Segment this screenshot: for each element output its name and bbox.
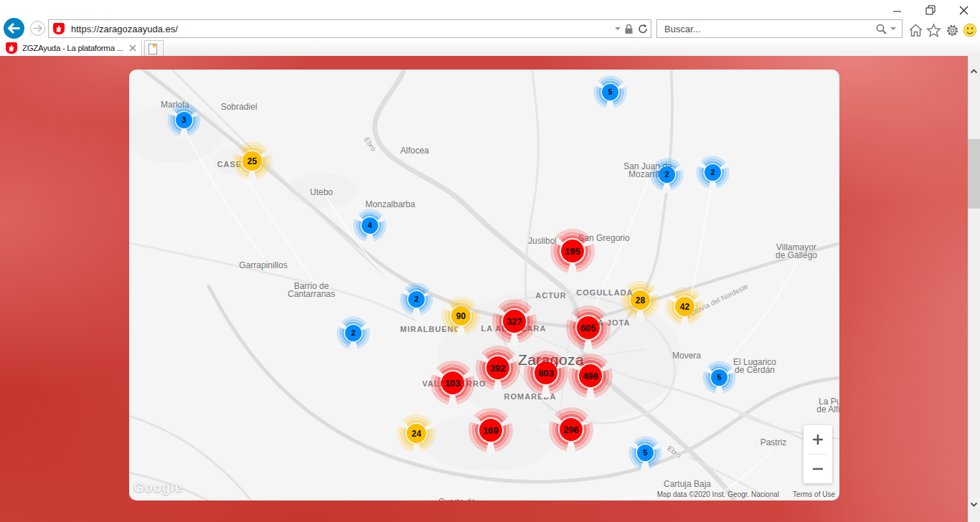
svg-text:392: 392: [490, 363, 506, 374]
svg-text:2: 2: [351, 328, 355, 337]
map-label: Cuarte de: [438, 498, 476, 501]
svg-text:3: 3: [182, 115, 186, 124]
home-icon[interactable]: [908, 23, 923, 38]
map-label: Barrio de Cantarranas: [288, 283, 335, 298]
feedback-smiley-icon[interactable]: [963, 23, 977, 37]
refresh-icon[interactable]: [637, 23, 649, 34]
zoom-control: [804, 425, 832, 483]
page-scrollbar[interactable]: [968, 56, 980, 522]
cluster-marker-blue[interactable]: 2: [398, 281, 435, 318]
map-label: La Puebla de Alfindén: [816, 398, 839, 414]
cluster-marker-red[interactable]: 296: [547, 405, 595, 454]
cluster-marker-red[interactable]: 327: [490, 297, 539, 346]
active-tab[interactable]: ZGZAyuda - La plataforma ...: [0, 40, 142, 56]
map-label: Alfocea: [400, 147, 429, 155]
restore-button[interactable]: [914, 0, 947, 20]
search-icon[interactable]: [875, 23, 887, 35]
cluster-marker-blue[interactable]: 4: [352, 207, 388, 244]
minimize-button[interactable]: [881, 0, 914, 20]
search-box[interactable]: Buscar...: [656, 19, 903, 38]
svg-text:803: 803: [538, 368, 554, 379]
map-label: Utebo: [310, 189, 333, 196]
svg-text:25: 25: [247, 156, 257, 166]
cluster-marker-red[interactable]: 605: [564, 303, 613, 352]
svg-text:5: 5: [643, 448, 647, 457]
cluster-marker-red[interactable]: 169: [466, 406, 515, 455]
map-label: Garrapinillos: [239, 262, 287, 270]
close-icon: [959, 6, 969, 15]
svg-text:2: 2: [414, 295, 418, 303]
address-dropdown-icon[interactable]: [615, 27, 621, 30]
restore-icon: [925, 5, 936, 15]
map-label: ACTUR: [535, 292, 567, 300]
svg-text:327: 327: [507, 316, 522, 327]
svg-text:90: 90: [456, 310, 466, 321]
map-label: Cartuja Baja: [664, 480, 711, 488]
svg-text:28: 28: [635, 295, 645, 305]
minimize-icon: [893, 6, 902, 14]
svg-text:169: 169: [483, 425, 499, 436]
plus-icon: [812, 434, 824, 445]
svg-text:296: 296: [563, 424, 579, 435]
svg-text:2: 2: [664, 170, 669, 179]
close-button[interactable]: [947, 0, 980, 20]
svg-text:4: 4: [367, 221, 372, 229]
back-button[interactable]: [4, 18, 24, 39]
cluster-marker-blue[interactable]: 2: [694, 154, 731, 191]
cluster-marker-red[interactable]: 195: [548, 227, 597, 275]
map-label: Pastriz: [760, 439, 787, 447]
title-bar: [0, 0, 980, 20]
map-label: Sobradiel: [221, 103, 258, 111]
lock-icon: [624, 24, 633, 34]
cluster-marker-yellow[interactable]: 24: [395, 412, 438, 455]
scroll-down-icon[interactable]: [970, 500, 978, 508]
cluster-marker-yellow[interactable]: 28: [619, 279, 661, 321]
svg-text:5: 5: [717, 373, 721, 381]
settings-gear-icon[interactable]: [945, 23, 960, 38]
svg-text:2: 2: [710, 168, 715, 176]
cluster-marker-yellow[interactable]: 25: [231, 140, 273, 182]
svg-text:103: 103: [445, 378, 461, 389]
cluster-marker-blue[interactable]: 2: [335, 315, 372, 351]
cluster-marker-blue[interactable]: 5: [701, 359, 738, 396]
zoom-out-button[interactable]: [804, 455, 832, 483]
minus-icon: [812, 463, 824, 475]
forward-button[interactable]: [30, 21, 45, 36]
zoom-in-button[interactable]: [804, 425, 832, 454]
cluster-marker-red[interactable]: 392: [473, 343, 522, 392]
cluster-marker-blue[interactable]: 5: [627, 435, 664, 471]
cluster-marker-yellow[interactable]: 90: [440, 295, 482, 337]
terms-of-use-link[interactable]: Terms of Use: [793, 490, 835, 498]
search-dropdown-icon[interactable]: [890, 27, 896, 30]
map-label: El Lugarico de Cerdán: [733, 359, 776, 374]
address-bar[interactable]: https://zaragozaayuda.es/: [48, 19, 651, 38]
cluster-marker-blue[interactable]: 3: [166, 102, 202, 138]
url-text[interactable]: https://zaragozaayuda.es/: [71, 24, 615, 34]
svg-text:498: 498: [583, 371, 598, 381]
scroll-up-icon[interactable]: [970, 67, 978, 75]
svg-text:5: 5: [608, 87, 612, 96]
cluster-marker-blue[interactable]: 2: [649, 156, 685, 193]
svg-text:24: 24: [411, 428, 421, 438]
back-arrow-icon: [4, 18, 24, 39]
svg-text:605: 605: [580, 323, 596, 333]
scrollbar-thumb[interactable]: [968, 139, 980, 209]
forward-arrow-icon: [31, 22, 44, 35]
tab-close-icon[interactable]: [129, 44, 136, 52]
tab-favicon: [6, 42, 17, 54]
cluster-marker-red[interactable]: 103: [428, 359, 477, 407]
favorites-star-icon[interactable]: [926, 23, 941, 38]
map-label: Villamayor de Gállego: [776, 244, 817, 260]
new-tab-button[interactable]: [144, 40, 164, 56]
cluster-marker-blue[interactable]: 5: [592, 74, 628, 110]
tab-title: ZGZAyuda - La plataforma ...: [22, 44, 126, 52]
search-placeholder: Buscar...: [664, 24, 875, 34]
google-logo[interactable]: Google: [133, 480, 182, 495]
new-tab-icon: [148, 42, 160, 55]
svg-text:42: 42: [679, 301, 689, 311]
cluster-marker-red[interactable]: 498: [566, 351, 615, 400]
map-panel[interactable]: MarlofaSobradielAlfoceaUteboMonzalbarbaG…: [129, 70, 839, 500]
cluster-marker-yellow[interactable]: 42: [664, 285, 706, 328]
cluster-marker-red[interactable]: 803: [522, 348, 570, 397]
map-label: Movera: [672, 352, 701, 360]
